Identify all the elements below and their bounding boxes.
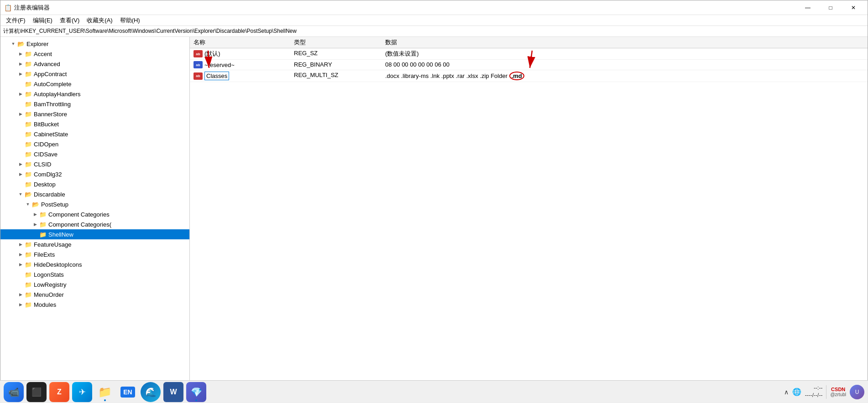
taskbar-app-zao[interactable]: Z: [49, 382, 69, 402]
tree-item-cidsave[interactable]: 📁 CIDSave: [0, 149, 189, 159]
maximize-button[interactable]: □: [820, 1, 841, 15]
taskbar-app-word[interactable]: W: [163, 382, 183, 402]
menu-file[interactable]: 文件(F): [2, 16, 29, 26]
expand-icon-lowregistry[interactable]: [17, 281, 24, 288]
tree-item-bannerstore[interactable]: ▶ 📁 BannerStore: [0, 109, 189, 119]
word-icon: W: [170, 388, 177, 396]
expand-icon-logonstats[interactable]: [17, 271, 24, 278]
menu-help[interactable]: 帮助(H): [116, 16, 144, 26]
taskbar-app-teams[interactable]: 💎: [186, 382, 206, 402]
tree-label-lowregistry: LowRegistry: [34, 281, 67, 288]
tree-item-fileexts[interactable]: ▶ 📁 FileExts: [0, 249, 189, 259]
taskbar-app-black[interactable]: ⬛: [26, 382, 47, 402]
expand-icon-discardable[interactable]: ▼: [17, 191, 24, 198]
tree-item-desktop[interactable]: 📁 Desktop: [0, 179, 189, 189]
expand-icon-bamthrottling[interactable]: [17, 100, 24, 108]
expand-icon-explorer[interactable]: ▼: [10, 40, 17, 47]
tree-item-discardable[interactable]: ▼ 📂 Discardable: [0, 189, 189, 199]
expand-icon-fileexts[interactable]: ▶: [17, 251, 24, 258]
menu-favorites[interactable]: 收藏夹(A): [83, 16, 116, 26]
expand-icon-menuorder[interactable]: ▶: [17, 291, 24, 298]
edge-icon: 🌊: [145, 387, 157, 398]
col-header-name: 名称: [190, 37, 290, 48]
taskbar-app-zoom[interactable]: 📹: [4, 382, 24, 402]
window-icon: 📋: [4, 4, 11, 11]
tree-item-component-categories2[interactable]: ▶ 📁 Component Categories(: [0, 219, 189, 229]
registry-table: 名称 类型 数据 ab (默认): [190, 37, 868, 82]
expand-icon-autocomplete[interactable]: [17, 80, 24, 88]
tree-item-postsetup[interactable]: ▼ 📂 PostSetup: [0, 199, 189, 209]
taskbar-datetime: --:-- ----/--/--: [805, 385, 823, 399]
tree-item-bitbucket[interactable]: 📁 BitBucket: [0, 119, 189, 129]
expand-icon-component-categories2[interactable]: ▶: [31, 221, 39, 228]
menu-edit[interactable]: 编辑(E): [29, 16, 56, 26]
tree-label-comdlg32: ComDlg32: [34, 171, 62, 178]
row1-type: REG_SZ: [290, 48, 382, 60]
table-row[interactable]: ab (默认) REG_SZ (数值未设置): [190, 48, 868, 60]
expand-icon-component-categories[interactable]: ▶: [31, 211, 39, 218]
annotation-arrows-svg: [190, 37, 868, 356]
folder-icon-clsid: 📁: [24, 160, 32, 168]
folder-icon-featureusage: 📁: [24, 240, 32, 248]
tree-item-autoplayhandlers[interactable]: ▶ 📁 AutoplayHandlers: [0, 89, 189, 99]
table-row[interactable]: ab Classes REG_MULTI_SZ .docx .library-m…: [190, 70, 868, 82]
tree-item-modules[interactable]: ▶ 📁 Modules: [0, 300, 189, 310]
expand-icon-advanced[interactable]: ▶: [17, 60, 24, 67]
avatar-initial: U: [855, 389, 859, 395]
taskbar-app-edge[interactable]: 🌊: [141, 382, 161, 402]
translate-icon: ✈: [79, 387, 86, 397]
tree-item-autocomplete[interactable]: 📁 AutoComplete: [0, 79, 189, 89]
expand-icon-clsid[interactable]: ▶: [17, 160, 24, 168]
expand-icon-comdlg32[interactable]: ▶: [17, 170, 24, 178]
expand-icon-hidedesktopicons[interactable]: ▶: [17, 261, 24, 268]
expand-icon-cabinetstate[interactable]: [17, 130, 24, 138]
expand-icon-autoplayhandlers[interactable]: ▶: [17, 90, 24, 98]
tree-item-shellnew[interactable]: 📁 ShellNew: [0, 229, 189, 239]
tree-pane[interactable]: ▼ 📂 Explorer ▶ 📁 Accent ▶ 📁 Advanced: [0, 37, 190, 403]
tree-item-explorer[interactable]: ▼ 📂 Explorer: [0, 39, 189, 49]
row2-type: REG_BINARY: [290, 60, 382, 70]
taskbar-app-translate[interactable]: ✈: [72, 382, 92, 402]
taskbar-arrow-up[interactable]: ∧: [784, 388, 789, 396]
tree-item-component-categories[interactable]: ▶ 📁 Component Categories: [0, 209, 189, 219]
expand-icon-shellnew[interactable]: [31, 231, 39, 238]
expand-icon-postsetup[interactable]: ▼: [24, 201, 31, 208]
tree-item-comdlg32[interactable]: ▶ 📁 ComDlg32: [0, 169, 189, 179]
expand-icon-appcontract[interactable]: ▶: [17, 70, 24, 78]
tree-item-menuorder[interactable]: ▶ 📁 MenuOrder: [0, 289, 189, 300]
tree-item-advanced[interactable]: ▶ 📁 Advanced: [0, 59, 189, 69]
expand-icon-cidsave[interactable]: [17, 150, 24, 158]
close-button[interactable]: ✕: [843, 1, 864, 15]
table-row[interactable]: ab ~reserved~ REG_BINARY 08 00 00 00 00 …: [190, 60, 868, 70]
expand-icon-bitbucket[interactable]: [17, 120, 24, 128]
reg-icon-classes: ab: [193, 72, 203, 80]
tree-item-appcontract[interactable]: ▶ 📁 AppContract: [0, 69, 189, 79]
expand-icon-accent[interactable]: ▶: [17, 50, 24, 57]
tree-item-bamthrottling[interactable]: 📁 BamThrottling: [0, 99, 189, 109]
tree-item-accent[interactable]: ▶ 📁 Accent: [0, 49, 189, 59]
expand-icon-featureusage[interactable]: ▶: [17, 241, 24, 248]
tree-item-logonstats[interactable]: 📁 LogonStats: [0, 269, 189, 279]
row3-data-prefix: .docx .library-ms .lnk .pptx .rar .xlsx …: [385, 72, 509, 79]
tree-item-lowregistry[interactable]: 📁 LowRegistry: [0, 279, 189, 289]
tree-item-cabinetstate[interactable]: 📁 CabinetState: [0, 129, 189, 139]
tree-label-hidedesktopicons: HideDesktopIcons: [34, 261, 82, 268]
taskbar-app-en-ime[interactable]: EN: [118, 382, 138, 402]
csdn-badge: CSDN: [831, 387, 845, 392]
folder-icon-fileexts: 📁: [24, 250, 32, 258]
tree-item-cidopen[interactable]: 📁 CIDOpen: [0, 139, 189, 149]
minimize-button[interactable]: —: [797, 1, 818, 15]
en-ime-icon: EN: [120, 387, 135, 398]
row1-name-text: (默认): [204, 50, 220, 58]
expand-icon-desktop[interactable]: [17, 181, 24, 188]
menu-view[interactable]: 查看(V): [56, 16, 83, 26]
taskbar-app-folder[interactable]: 📁: [95, 382, 115, 402]
expand-icon-cidopen[interactable]: [17, 140, 24, 148]
expand-icon-modules[interactable]: ▶: [17, 301, 24, 308]
taskbar-avatar[interactable]: U: [850, 385, 864, 399]
tree-item-hidedesktopicons[interactable]: ▶ 📁 HideDesktopIcons: [0, 259, 189, 269]
tree-label-postsetup: PostSetup: [41, 201, 68, 208]
tree-item-clsid[interactable]: ▶ 📁 CLSID: [0, 159, 189, 169]
expand-icon-bannerstore[interactable]: ▶: [17, 110, 24, 118]
tree-item-featureusage[interactable]: ▶ 📁 FeatureUsage: [0, 239, 189, 249]
